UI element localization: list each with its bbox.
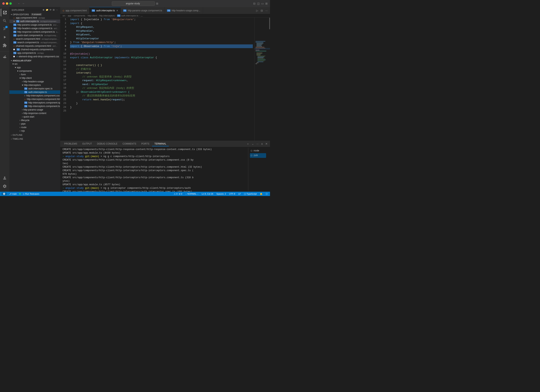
open-file-app-component-html[interactable]: ◇ app.component.html src/app — [9, 16, 60, 20]
folder-src[interactable]: ▾ src — [9, 62, 60, 66]
folder-http-params-usage[interactable]: › http-params-usage — [9, 108, 60, 111]
status-vim-mode[interactable]: -- NORMAL -- — [185, 193, 199, 195]
more-tabs-icon[interactable]: ··· — [265, 8, 268, 13]
maximize-panel-icon[interactable]: ∧ — [260, 142, 264, 146]
project-header[interactable]: ▾ ANGULAR-STUDY — [9, 59, 60, 62]
status-errors-warnings[interactable]: ⚠ 0 ⊘ 0 — [173, 193, 183, 195]
search-input[interactable]: angular-study — [112, 1, 155, 6]
refresh-icon[interactable]: ⟳ — [50, 9, 52, 11]
folder-http-response-content[interactable]: › http-response-content — [9, 111, 60, 115]
open-file-chained-ts[interactable]: TS chained-requests.component.ts — [9, 48, 60, 51]
status-language-mode[interactable]: { } TypeScript — [243, 193, 257, 195]
folder-rxjs[interactable]: › rxjs — [9, 129, 60, 133]
folder-components[interactable]: ▾ components — [9, 69, 60, 73]
layout-icon-1[interactable]: ⊟ — [253, 2, 255, 5]
activity-run[interactable] — [1, 33, 9, 41]
status-remote-icon[interactable]: ⬡ — [265, 193, 268, 195]
split-editor-icon[interactable]: ⊟ — [260, 8, 264, 13]
breadcrumb-http-client[interactable]: http-client — [88, 15, 97, 17]
collapse-icon[interactable]: ⊟ — [53, 9, 55, 11]
file-interceptors-html[interactable]: ◇ http-interceptors.component.html — [9, 97, 60, 101]
file-interceptors-css[interactable]: # http-interceptors.component.css — [9, 94, 60, 97]
outline-section[interactable]: › OUTLINE — [9, 133, 60, 136]
open-file-app-ts[interactable]: TS app.component.ts src/app — [9, 51, 60, 55]
breadcrumb-app[interactable]: app — [68, 15, 71, 17]
close-panel-icon[interactable]: ✕ — [265, 142, 268, 146]
open-file-quick-start[interactable]: TS quick-start.component.ts src/app/comp… — [9, 34, 60, 37]
folder-http-client[interactable]: ▾ http-client — [9, 76, 60, 80]
file-interceptors-ts[interactable]: TS http-interceptors.component.ts — [9, 105, 60, 108]
status-git-branch[interactable]: ⎇ main — [8, 193, 18, 195]
open-file-auth-interceptor[interactable]: ✕ TS auth.interceptor.ts src/app/compone… — [9, 20, 60, 23]
open-file-http-response[interactable]: TS http-response-content.component.ts s.… — [9, 30, 60, 34]
tab-problems[interactable]: PROBLEMS — [62, 142, 80, 146]
run-file-icon[interactable]: ▷ — [255, 8, 259, 13]
open-file-chained-html[interactable]: ◇ chained-requests.component.html src/..… — [9, 44, 60, 48]
tab-terminal[interactable]: TERMINAL — [152, 142, 169, 146]
timeline-section[interactable]: › TIMELINE — [9, 136, 60, 141]
layout-icon-3[interactable]: ▭ — [261, 2, 264, 5]
tab-output[interactable]: OUTPUT — [80, 142, 94, 146]
status-spaces[interactable]: Spaces: 2 — [216, 193, 227, 195]
folder-quick-start[interactable]: › quick-start — [9, 115, 60, 119]
split-terminal-icon[interactable]: ⌄ — [251, 142, 255, 146]
open-editors-header[interactable]: ▾ OPEN EDITORS 4 unsaved — [9, 13, 60, 16]
status-run-testcases[interactable]: ▷ Run Testcases — [22, 193, 40, 195]
breadcrumb-components[interactable]: components — [74, 15, 85, 17]
open-file-search-html[interactable]: ◇ search.component.html src/app/componen… — [9, 37, 60, 41]
close-tab-icon[interactable]: ✕ — [13, 20, 15, 22]
activity-explorer[interactable] — [1, 9, 9, 16]
status-feedback-icon[interactable]: 🔔 — [259, 193, 263, 195]
command-icon[interactable]: ⊞ — [156, 2, 158, 5]
tab-http-headers[interactable]: TS http-headers-usage.comp... — [165, 7, 203, 14]
tab-debug-console[interactable]: DEBUG CONSOLE — [95, 142, 120, 146]
tab-ports[interactable]: PORTS — [139, 142, 152, 146]
activity-search[interactable] — [1, 17, 9, 25]
search-container[interactable]: 🔍 angular-study ⊞ — [112, 1, 158, 6]
code-content[interactable]: import { Injectable } from '@Angular/cor… — [68, 18, 254, 141]
layout-icon-2[interactable]: ◫ — [257, 2, 260, 5]
activity-accounts[interactable] — [1, 174, 9, 182]
breadcrumb-more[interactable]: … — [140, 15, 143, 17]
tab-close-auth[interactable]: ✕ — [116, 9, 118, 12]
nav-arrows[interactable]: ← → — [18, 2, 25, 5]
nav-back-icon[interactable]: ← — [18, 2, 20, 5]
open-file-http-headers[interactable]: TS http-headers-usage.component.ts src/.… — [9, 27, 60, 30]
breadcrumb-http-interceptors[interactable]: http-interceptors — [99, 15, 115, 17]
tab-comments[interactable]: COMMENTS — [120, 142, 139, 146]
folder-app[interactable]: ▾ app — [9, 66, 60, 69]
new-file-icon[interactable]: ⊕ — [43, 9, 45, 11]
open-file-http-params[interactable]: TS http-params-usage.component.ts src/a.… — [9, 23, 60, 27]
folder-http-headers-usage[interactable]: › http-headers-usage — [9, 80, 60, 83]
close-button[interactable] — [2, 2, 5, 5]
activity-extensions[interactable] — [1, 41, 9, 49]
layout-icon-4[interactable]: ⊞ — [265, 2, 268, 5]
maximize-button[interactable] — [9, 2, 12, 5]
folder-route[interactable]: › route — [9, 126, 60, 129]
terminal-session-node[interactable]: ⬡ node — [250, 148, 266, 153]
activity-source-control[interactable]: 1 — [1, 25, 9, 33]
folder-form[interactable]: › form — [9, 73, 60, 76]
window-controls[interactable] — [2, 2, 12, 5]
terminal-session-zsh[interactable]: ⬡ zsh — [250, 153, 266, 158]
minimize-button[interactable] — [6, 2, 8, 5]
status-cursor-position[interactable]: Ln 8, Col 26 — [201, 193, 214, 195]
more-icon[interactable]: ··· — [56, 9, 58, 11]
folder-pipe[interactable]: › pipe — [9, 122, 60, 126]
tab-auth-interceptor[interactable]: TS auth.interceptor.ts ✕ — [89, 7, 121, 14]
tab-app-component-html[interactable]: ◇ app.component.html — [60, 7, 89, 14]
folder-http-interceptors[interactable]: ▾ http-interceptors — [9, 83, 60, 87]
open-file-css[interactable]: # element-drag-and-drop.component.css — [9, 55, 60, 58]
new-terminal-icon[interactable]: ＋ — [246, 142, 250, 146]
status-extension-icon[interactable] — [2, 192, 7, 195]
activity-settings[interactable] — [1, 182, 9, 190]
new-folder-icon[interactable]: 📁 — [46, 9, 49, 11]
status-encoding[interactable]: UTF-8 — [228, 193, 236, 195]
file-interceptors-spec[interactable]: TS http-interceptors.component.spec.ts — [9, 101, 60, 105]
breadcrumb-ts-file[interactable]: TS auth.interceptor.ts — [117, 15, 138, 17]
tab-http-params[interactable]: TS http-params-usage.component.ts — [121, 7, 165, 14]
open-file-search-ts[interactable]: TS search.component.ts src/app/componen.… — [9, 41, 60, 44]
file-auth-spec[interactable]: TS auth.interceptor.spec.ts — [9, 87, 60, 90]
breadcrumb-src[interactable]: src — [63, 15, 65, 17]
more-terminals-icon[interactable]: ··· — [255, 142, 260, 146]
